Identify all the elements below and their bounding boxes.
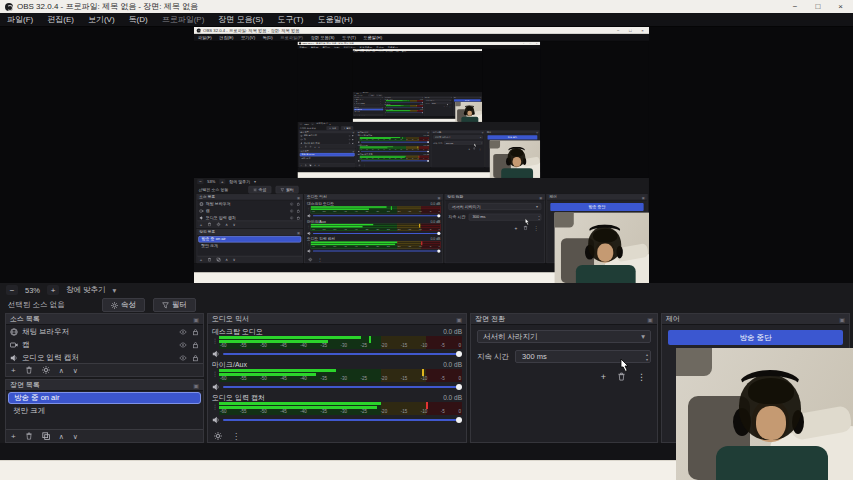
audio-mixer-panel: 오디오 믹서 ▣ 데스크탑 오디오 0.0 dB ⋮ -60-55-50-45-… [207, 313, 467, 443]
move-scene-down-button[interactable]: ∨ [73, 430, 78, 443]
cam-headphone-band [738, 370, 802, 402]
spin-down-icon[interactable]: ▾ [646, 357, 648, 362]
volume-slider-knob[interactable] [456, 417, 462, 423]
volume-meter: -60-55-50-45-40-35-30-25-20-15-10-50 [219, 369, 462, 382]
filter-icon [162, 302, 169, 309]
speaker-icon [10, 354, 18, 362]
menu-bar: 파일(F) 편집(E) 보기(V) 독(D) 프로파일(P) 장면 모음(S) … [0, 13, 853, 27]
mixer-source-label: 오디오 입력 캡처 [212, 393, 265, 403]
zoom-level: 53% [25, 286, 40, 295]
remove-scene-button[interactable] [25, 432, 33, 440]
facecam-overlay [676, 348, 853, 480]
mixer-db-value: 0.0 dB [443, 394, 462, 401]
mixer-config-dots-icon[interactable]: ⋮ [212, 336, 217, 349]
chevron-down-icon: ▾ [641, 332, 645, 341]
transition-menu-dots-icon[interactable]: ⋮ [637, 372, 646, 382]
volume-slider-knob[interactable] [456, 384, 462, 390]
source-toolbar: 선택된 소스 없음 속성 필터 [0, 297, 853, 313]
preview-mirror: OBS 32.0.4 - 프로파일: 제목 없음 - 장면: 제목 없음 − □… [194, 27, 649, 283]
mixer-mic-aux: 마이크/Aux 0.0 dB ⋮ -60-55-50-45-40-35-30-2… [212, 360, 462, 391]
mute-speaker-icon[interactable] [212, 350, 220, 358]
remove-transition-button[interactable] [617, 372, 626, 381]
menu-docks[interactable]: 독(D) [129, 14, 148, 25]
volume-slider[interactable] [223, 353, 462, 355]
add-source-button[interactable]: + [11, 364, 16, 377]
filters-button[interactable]: 필터 [153, 298, 196, 312]
obs-window: OBS 32.0.4 - 프로파일: 제목 없음 - 장면: 제목 없음 − □… [0, 0, 853, 480]
visibility-eye-icon[interactable] [179, 328, 187, 336]
camera-icon [10, 341, 18, 349]
mouse-cursor [620, 358, 630, 372]
close-button[interactable]: × [838, 0, 843, 13]
scene-row-on-air[interactable]: 방송 중 on air [8, 392, 201, 404]
volume-slider[interactable] [223, 419, 462, 421]
mixer-config-dots-icon[interactable]: ⋮ [212, 369, 217, 382]
obs-logo-icon [5, 3, 13, 11]
transition-dock-icon[interactable]: ▣ [647, 316, 653, 323]
window-title: OBS 32.0.4 - 프로파일: 제목 없음 - 장면: 제목 없음 [17, 1, 198, 12]
controls-dock-icon[interactable]: ▣ [839, 316, 845, 323]
preview-canvas[interactable]: OBS 32.0.4 - 프로파일: 제목 없음 - 장면: 제목 없음 − □… [0, 27, 853, 283]
cam-person-shirt [716, 446, 828, 480]
visibility-eye-icon[interactable] [179, 341, 187, 349]
mixer-source-label: 데스크탑 오디오 [212, 327, 263, 337]
duration-input[interactable]: 300 ms ▴ ▾ [515, 350, 651, 363]
volume-meter: -60-55-50-45-40-35-30-25-20-15-10-50 [219, 402, 462, 415]
scene-transition-panel: 장면 전환 ▣ 서서히 사라지기 ▾ 지속 시간 300 ms ▴ [470, 313, 658, 443]
add-scene-button[interactable]: + [11, 430, 16, 443]
lock-icon[interactable] [192, 341, 199, 349]
stop-streaming-button[interactable]: 방송 중단 [668, 330, 843, 345]
mixer-config-dots-icon[interactable]: ⋮ [212, 402, 217, 415]
zoom-in-button[interactable]: + [47, 285, 59, 295]
controls-panel-title: 제어 [666, 314, 680, 324]
transition-panel-title: 장면 전환 [475, 314, 505, 324]
add-transition-button[interactable]: + [601, 372, 606, 382]
scenes-dock-icon[interactable]: ▣ [193, 382, 199, 389]
mixer-dock-icon[interactable]: ▣ [456, 316, 462, 323]
move-source-down-button[interactable]: ∨ [73, 364, 78, 377]
duplicate-scene-button[interactable] [42, 432, 50, 440]
maximize-button[interactable]: □ [815, 0, 820, 13]
fit-dropdown-icon[interactable]: ▾ [113, 286, 117, 295]
zoom-out-button[interactable]: − [6, 285, 18, 295]
lock-icon[interactable] [192, 328, 199, 336]
mixer-db-value: 0.0 dB [443, 361, 462, 368]
source-properties-button[interactable] [42, 366, 50, 374]
mixer-panel-title: 오디오 믹서 [212, 314, 249, 324]
scenes-panel: 장면 목록 ▣ 방송 중 on air 챗만 크게 + ∧ ∨ [5, 379, 204, 443]
minimize-button[interactable]: − [793, 0, 798, 13]
transition-select[interactable]: 서서히 사라지기 ▾ [477, 330, 651, 343]
source-row-audio-input[interactable]: 오디오 입력 캡처 [6, 351, 203, 363]
cam-background [676, 348, 712, 376]
move-scene-up-button[interactable]: ∧ [59, 430, 64, 443]
volume-slider-knob[interactable] [456, 351, 462, 357]
lock-icon[interactable] [192, 354, 199, 362]
volume-slider[interactable] [223, 386, 462, 388]
cam-person-face [756, 406, 786, 440]
fit-to-window-label[interactable]: 창에 맞추기 [66, 285, 106, 295]
selected-source-status: 선택된 소스 없음 [8, 300, 94, 310]
move-source-up-button[interactable]: ∧ [59, 364, 64, 377]
visibility-eye-icon[interactable] [179, 354, 187, 362]
menu-tools[interactable]: 도구(T) [277, 14, 303, 25]
mixer-db-value: 0.0 dB [443, 328, 462, 335]
menu-view[interactable]: 보기(V) [88, 14, 115, 25]
sources-panel-title: 소스 목록 [10, 314, 40, 324]
mute-speaker-icon[interactable] [212, 416, 220, 424]
duration-label: 지속 시간 [477, 352, 509, 362]
menu-scene-collection[interactable]: 장면 모음(S) [218, 14, 263, 25]
scene-row-chat-big[interactable]: 챗만 크게 [8, 405, 201, 417]
source-row-chat-browser[interactable]: 채팅 브라우저 [6, 325, 203, 338]
sources-panel: 소스 목록 ▣ 채팅 브라우저 캠 [5, 313, 204, 377]
remove-source-button[interactable] [25, 366, 33, 374]
menu-edit[interactable]: 편집(E) [47, 14, 74, 25]
menu-profile[interactable]: 프로파일(P) [162, 14, 205, 25]
source-row-cam[interactable]: 캠 [6, 338, 203, 351]
menu-help[interactable]: 도움말(H) [317, 14, 352, 25]
mixer-menu-dots-icon[interactable]: ⋮ [232, 432, 240, 441]
mixer-settings-gear-icon[interactable] [214, 432, 222, 440]
sources-dock-icon[interactable]: ▣ [193, 316, 199, 323]
menu-file[interactable]: 파일(F) [7, 14, 33, 25]
properties-button[interactable]: 속성 [102, 298, 145, 312]
mute-speaker-icon[interactable] [212, 383, 220, 391]
